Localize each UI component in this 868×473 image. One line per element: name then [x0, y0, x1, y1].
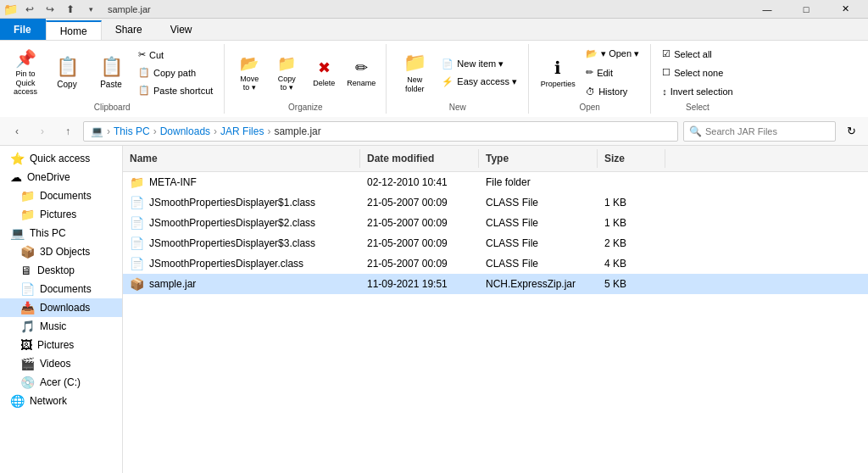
- cut-button[interactable]: ✂ Cut: [134, 47, 217, 64]
- col-date[interactable]: Date modified: [360, 149, 479, 168]
- sidebar-item-documents-od[interactable]: 📁 Documents: [0, 186, 122, 205]
- open-icon: 📂: [586, 48, 598, 59]
- tab-file[interactable]: File: [0, 19, 46, 40]
- new-item-icon: 📄: [442, 58, 453, 70]
- copy-icon: 📋: [56, 56, 79, 78]
- pin-icon: 📌: [15, 48, 36, 69]
- clipboard-label: Clipboard: [94, 103, 131, 114]
- redo-button[interactable]: ↪: [42, 1, 58, 18]
- forward-button[interactable]: ›: [32, 121, 53, 142]
- sidebar-item-pictures[interactable]: 🖼 Pictures: [0, 336, 122, 354]
- window-controls: — □ ✕: [748, 0, 865, 19]
- file-list: Name Date modified Type Size 📁 META-INF …: [123, 146, 868, 473]
- jar-icon: 📦: [130, 277, 144, 291]
- title-bar: 📁 ↩ ↪ ⬆ ▾ sample.jar — □ ✕: [0, 0, 868, 19]
- sidebar-item-acer-c[interactable]: 💿 Acer (C:): [0, 373, 122, 392]
- sidebar-item-music[interactable]: 🎵 Music: [0, 317, 122, 336]
- open-right-group: 📂 ▾ Open ▾ ✏ Edit ⏱ History: [581, 46, 643, 100]
- sidebar-item-desktop[interactable]: 🖥 Desktop: [0, 261, 122, 280]
- col-name[interactable]: Name: [123, 149, 360, 168]
- minimize-button[interactable]: —: [748, 0, 787, 19]
- file-name-cell: 📁 META-INF: [123, 174, 360, 191]
- close-button[interactable]: ✕: [826, 0, 865, 19]
- sidebar: ⭐ Quick access ☁ OneDrive 📁 Documents 📁 …: [0, 146, 123, 473]
- tab-share[interactable]: Share: [102, 19, 157, 40]
- back-button[interactable]: ‹: [7, 121, 27, 142]
- move-to-button[interactable]: 📂 Moveto ▾: [231, 46, 267, 100]
- class-icon: 📄: [130, 236, 144, 250]
- table-row[interactable]: 📄 JSmoothPropertiesDisplayer$3.class 21-…: [123, 233, 868, 253]
- sidebar-item-onedrive[interactable]: ☁ OneDrive: [0, 168, 122, 186]
- up-button-qa[interactable]: ⬆: [62, 1, 79, 18]
- up-button[interactable]: ↑: [58, 121, 78, 142]
- clipboard-buttons: 📌 Pin to Quickaccess 📋 Copy 📋 Paste ✂ Cu…: [7, 44, 217, 101]
- organize-group: 📂 Moveto ▾ 📁 Copyto ▾ ✖ Delete ✏ Rename …: [225, 44, 387, 114]
- col-size[interactable]: Size: [598, 149, 665, 168]
- table-row[interactable]: 📄 JSmoothPropertiesDisplayer$1.class 21-…: [123, 192, 868, 213]
- table-row[interactable]: 📄 JSmoothPropertiesDisplayer.class 21-05…: [123, 253, 868, 274]
- col-type[interactable]: Type: [479, 149, 598, 168]
- select-none-button[interactable]: ☐ Select none: [658, 64, 737, 81]
- paste-button[interactable]: 📋 Paste: [90, 46, 132, 100]
- breadcrumb-this-pc[interactable]: This PC: [114, 125, 150, 137]
- history-icon: ⏱: [586, 86, 595, 97]
- dropdown-qa-button[interactable]: ▾: [82, 1, 99, 18]
- breadcrumb-jar-files[interactable]: JAR Files: [220, 125, 264, 137]
- select-none-icon: ☐: [662, 67, 670, 78]
- easy-access-button[interactable]: ⚡ Easy access ▾: [437, 73, 521, 90]
- tab-view[interactable]: View: [157, 19, 207, 40]
- select-label: Select: [686, 103, 709, 114]
- paste-shortcut-button[interactable]: 📋 Paste shortcut: [134, 82, 217, 99]
- videos-icon: 🎬: [20, 357, 35, 370]
- sidebar-item-videos[interactable]: 🎬 Videos: [0, 354, 122, 373]
- rename-button[interactable]: ✏ Rename: [343, 46, 379, 100]
- address-bar: ‹ › ↑ 💻 › This PC › Downloads › JAR File…: [0, 117, 868, 146]
- maximize-button[interactable]: □: [787, 0, 826, 19]
- history-button[interactable]: ⏱ History: [581, 83, 643, 100]
- breadcrumb-downloads[interactable]: Downloads: [160, 125, 210, 137]
- table-row[interactable]: 📄 JSmoothPropertiesDisplayer$2.class 21-…: [123, 213, 868, 233]
- properties-button[interactable]: ℹ Properties: [536, 46, 580, 100]
- breadcrumb: 💻 › This PC › Downloads › JAR Files › sa…: [83, 121, 678, 142]
- sidebar-item-this-pc[interactable]: 💻 This PC: [0, 224, 122, 242]
- sidebar-item-quick-access[interactable]: ⭐ Quick access: [0, 149, 122, 168]
- acer-icon: 💿: [20, 376, 35, 389]
- file-name-cell: 📦 sample.jar: [123, 275, 360, 292]
- main-area: ⭐ Quick access ☁ OneDrive 📁 Documents 📁 …: [0, 146, 868, 473]
- pin-to-quick-access-button[interactable]: 📌 Pin to Quickaccess: [7, 46, 44, 100]
- onedrive-icon: ☁: [10, 170, 22, 184]
- new-folder-button[interactable]: 📁 Newfolder: [393, 46, 436, 100]
- open-button[interactable]: 📂 ▾ Open ▾: [581, 46, 643, 63]
- new-item-button[interactable]: 📄 New item ▾: [437, 55, 521, 72]
- table-row[interactable]: 📁 META-INF 02-12-2010 10:41 File folder: [123, 172, 868, 192]
- undo-button[interactable]: ↩: [21, 1, 38, 18]
- file-name-cell: 📄 JSmoothPropertiesDisplayer$2.class: [123, 214, 360, 231]
- music-icon: 🎵: [20, 320, 35, 333]
- sidebar-item-pictures-od[interactable]: 📁 Pictures: [0, 205, 122, 224]
- select-group: ☑ Select all ☐ Select none ↕ Invert sele…: [651, 44, 743, 114]
- copy-button[interactable]: 📋 Copy: [46, 46, 88, 100]
- easy-access-icon: ⚡: [442, 76, 453, 87]
- organize-label: Organize: [288, 103, 323, 114]
- paste-icon: 📋: [100, 56, 123, 78]
- tab-home[interactable]: Home: [46, 20, 102, 40]
- copy-to-button[interactable]: 📁 Copyto ▾: [269, 46, 304, 100]
- search-input[interactable]: [705, 126, 830, 136]
- delete-button[interactable]: ✖ Delete: [306, 46, 342, 100]
- copy-path-button[interactable]: 📋 Copy path: [134, 64, 217, 81]
- sidebar-item-documents[interactable]: 📄 Documents: [0, 280, 122, 298]
- select-buttons: ☑ Select all ☐ Select none ↕ Invert sele…: [658, 44, 737, 101]
- select-all-button[interactable]: ☑ Select all: [658, 46, 737, 63]
- sidebar-item-downloads[interactable]: 📥 Downloads: [0, 298, 122, 317]
- ribbon: 📌 Pin to Quickaccess 📋 Copy 📋 Paste ✂ Cu…: [0, 41, 868, 117]
- invert-selection-button[interactable]: ↕ Invert selection: [658, 83, 737, 100]
- class-icon: 📄: [130, 257, 144, 270]
- sidebar-item-network[interactable]: 🌐 Network: [0, 392, 122, 410]
- refresh-button[interactable]: ↻: [841, 121, 861, 142]
- open-label: Open: [579, 103, 599, 114]
- edit-button[interactable]: ✏ Edit: [581, 64, 643, 81]
- sidebar-item-3d-objects[interactable]: 📦 3D Objects: [0, 242, 122, 261]
- pictures-od-icon: 📁: [20, 208, 35, 221]
- quick-access-icon: ⭐: [10, 152, 25, 165]
- table-row[interactable]: 📦 sample.jar 11-09-2021 19:51 NCH.Expres…: [123, 274, 868, 294]
